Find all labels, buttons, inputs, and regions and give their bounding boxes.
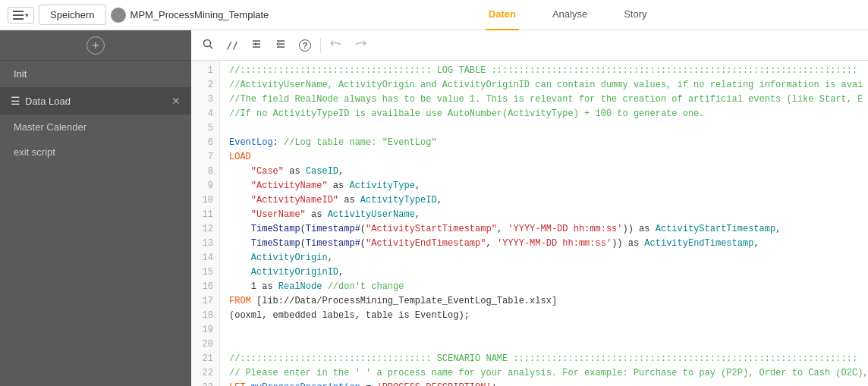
editor-toolbar: //	[191, 30, 868, 61]
indent-icon	[251, 39, 262, 52]
chevron-down-icon: ▾	[25, 11, 29, 19]
logo-icon	[111, 8, 126, 23]
topbar: ▾ Speichern MPM_ProcessMining_Template D…	[0, 0, 868, 30]
list-icon: ☰	[11, 95, 20, 107]
save-button[interactable]: Speichern	[39, 5, 106, 25]
topbar-left: ▾ Speichern MPM_ProcessMining_Template	[8, 5, 269, 25]
redo-icon	[354, 39, 366, 52]
app-name: MPM_ProcessMining_Template	[131, 9, 269, 20]
code-line-12: TimeStamp(Timestamp#("ActivityStartTimes…	[229, 222, 868, 237]
comment-icon: //	[226, 39, 238, 51]
code-line-10: "ActivityNameID" as ActivityTypeID,	[229, 193, 868, 208]
sidebar-item-master-calender[interactable]: Master Calender	[0, 115, 191, 140]
code-line-14: ActivityOrigin,	[229, 251, 868, 265]
editor-content[interactable]: 12345 678910 1112131415 1617181920 21222…	[191, 61, 868, 386]
code-line-2: //ActivityUserName, ActivityOrigin and A…	[229, 78, 868, 93]
code-line-7: LOAD	[229, 150, 868, 165]
help-button[interactable]: ?	[294, 35, 316, 56]
sidebar-section-data-load[interactable]: ☰ Data Load ✕	[0, 87, 191, 115]
hamburger-icon	[13, 11, 24, 20]
line-numbers: 12345 678910 1112131415 1617181920 21222…	[191, 61, 220, 386]
code-line-5	[229, 121, 868, 136]
undo-button[interactable]	[326, 35, 347, 56]
editor-area: //	[191, 30, 868, 386]
sidebar-toolbar: +	[0, 30, 191, 61]
sidebar-sub-items: Master Calender exit script	[0, 115, 191, 165]
code-line-16: 1 as RealNode //don't change	[229, 280, 868, 294]
plus-icon: +	[92, 39, 99, 52]
code-line-8: "Case" as CaseID,	[229, 165, 868, 179]
code-line-17: FROM [lib://Data/ProcessMining_Template_…	[229, 294, 868, 309]
close-icon[interactable]: ✕	[171, 95, 181, 107]
search-button[interactable]	[197, 35, 219, 56]
code-editor[interactable]: //::::::::::::::::::::::::::::::::::: LO…	[220, 61, 868, 386]
outdent-icon	[275, 39, 286, 52]
outdent-button[interactable]	[270, 35, 291, 56]
code-line-4: //If no ActivityTypeID is availbale use …	[229, 107, 868, 121]
sidebar-item-master-calender-label: Master Calender	[14, 121, 86, 133]
redo-button[interactable]	[350, 35, 371, 56]
code-line-15: ActivityOriginID,	[229, 265, 868, 280]
code-line-6: EventLog: //Log table name: "EventLog"	[229, 136, 868, 150]
svg-line-1	[210, 46, 213, 49]
comment-button[interactable]: //	[222, 35, 243, 56]
code-line-22: // Please enter in the ' ' a process nam…	[229, 366, 868, 381]
sidebar-item-init[interactable]: Init	[0, 61, 191, 87]
app-logo: MPM_ProcessMining_Template	[111, 8, 269, 23]
code-line-18: (ooxml, embedded labels, table is EventL…	[229, 309, 868, 323]
undo-icon	[330, 39, 342, 52]
tab-story[interactable]: Story	[621, 0, 649, 30]
code-line-23: LET mvProcessDescription = 'PROCESS_DESC…	[229, 381, 868, 386]
help-icon: ?	[299, 39, 311, 52]
menu-button[interactable]: ▾	[8, 7, 34, 24]
toolbar-separator	[320, 38, 321, 53]
code-line-3: //The field RealNode always has to be va…	[229, 93, 868, 107]
code-line-20	[229, 337, 868, 352]
search-icon	[203, 39, 213, 52]
code-line-1: //::::::::::::::::::::::::::::::::::: LO…	[229, 64, 868, 78]
sidebar-item-exit-script[interactable]: exit script	[0, 140, 191, 165]
code-line-11: "UserName" as ActivityUserName,	[229, 208, 868, 222]
sidebar: + Init ☰ Data Load ✕ Master Calender exi…	[0, 30, 191, 386]
code-line-21: //::::::::::::::::::::::::::::::::::: SC…	[229, 352, 868, 366]
sidebar-item-exit-script-label: exit script	[14, 146, 55, 158]
sidebar-item-init-label: Init	[14, 68, 27, 80]
sidebar-add-button[interactable]: +	[86, 36, 105, 55]
tab-analyse[interactable]: Analyse	[549, 0, 590, 30]
main-layout: + Init ☰ Data Load ✕ Master Calender exi…	[0, 30, 868, 386]
sidebar-section-data-load-label: Data Load	[25, 96, 71, 107]
code-line-19	[229, 323, 868, 337]
tab-daten[interactable]: Daten	[486, 0, 519, 30]
code-line-9: "ActivityName" as ActivityType,	[229, 179, 868, 193]
svg-point-0	[204, 40, 211, 47]
indent-button[interactable]	[246, 35, 267, 56]
topbar-tabs: Daten Analyse Story	[275, 0, 860, 30]
code-line-13: TimeStamp(Timestamp#("ActivityEndTimesta…	[229, 237, 868, 251]
